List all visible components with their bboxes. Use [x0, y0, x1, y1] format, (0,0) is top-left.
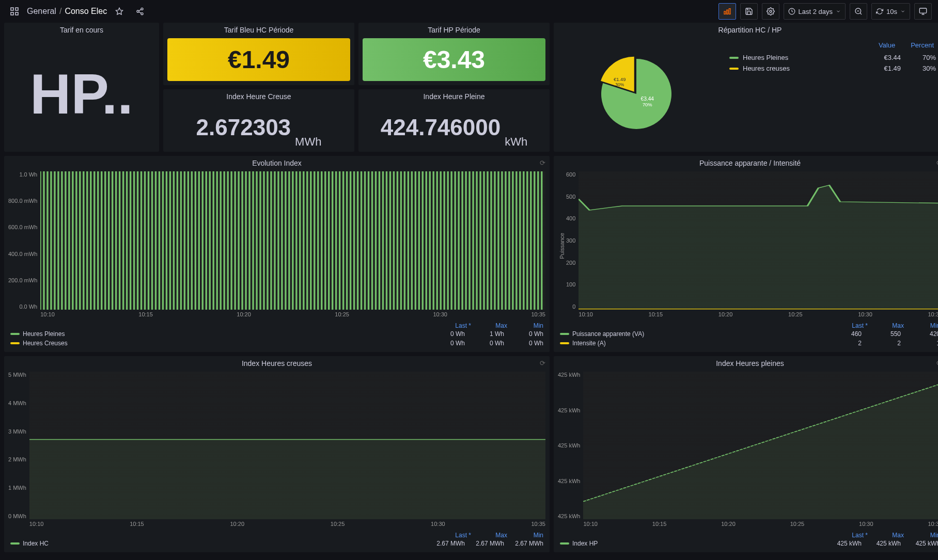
legend-row[interactable]: Index HP 425 kWh 425 kWh 425 kWh	[560, 539, 938, 548]
stat-tarif-value: HP..	[4, 36, 159, 152]
svg-rect-2	[11, 12, 13, 15]
svg-point-13	[770, 10, 772, 12]
breadcrumb-current: Conso Elec	[65, 7, 107, 16]
legend-row[interactable]: Heures Pleines 0 Wh 1 Wh 0 Wh	[10, 329, 543, 339]
panel-refresh-icon[interactable]: ⟳	[540, 159, 545, 167]
svg-text:€1.49: €1.49	[614, 77, 626, 82]
legend-row[interactable]: Heures Pleines €3.44 70%	[729, 52, 936, 63]
time-range-picker[interactable]: Last 2 days	[784, 3, 846, 20]
save-button[interactable]	[740, 3, 758, 20]
panel-title: Tarif en cours	[4, 23, 159, 36]
panel-puissance: Puissance apparante / Intensité ⟳ Puissa…	[554, 156, 938, 352]
dashboard-grid-icon[interactable]	[6, 3, 23, 20]
add-panel-button[interactable]	[718, 3, 736, 20]
svg-rect-1	[15, 8, 18, 10]
share-icon[interactable]	[132, 3, 148, 20]
panel-index-hc: Index Heure Creuse 2.672303 MWh	[163, 89, 354, 152]
legend-row[interactable]: Index HC 2.67 MWh 2.67 MWh 2.67 MWh	[10, 539, 543, 548]
pie-legend: Value Percent Heures Pleines €3.44 70% H…	[719, 36, 938, 152]
svg-rect-0	[11, 8, 13, 10]
svg-text:€3.44: €3.44	[641, 96, 654, 102]
breadcrumb-root[interactable]: General	[27, 7, 56, 16]
topbar: General / Conso Elec Last 2 days	[0, 0, 938, 23]
star-icon[interactable]	[111, 3, 128, 20]
breadcrumb: General / Conso Elec	[27, 7, 107, 16]
stat-tarif-hp-value: €3.43	[363, 38, 545, 81]
panel-index-hc-chart: Index Heures creuses ⟳ 5 MWh 4 MWh 3 MWh…	[4, 356, 550, 552]
plot-area[interactable]	[29, 372, 545, 519]
svg-text:30%: 30%	[615, 82, 624, 87]
plot-area[interactable]	[40, 171, 545, 310]
panel-evolution-index: Evolution Index ⟳ 1.0 Wh 800.0 mWh 600.0…	[4, 156, 550, 352]
panel-repartition: Répartition HC / HP €3.44 70% €1.49 30% …	[554, 23, 938, 152]
panel-tarif-en-cours: Tarif en cours HP..	[4, 23, 159, 152]
legend-row[interactable]: Heures creuses €1.49 30%	[729, 63, 936, 74]
svg-line-16	[860, 13, 862, 14]
svg-line-8	[139, 12, 142, 13]
legend-row[interactable]: Puissance apparente (VA) 460 550 420	[560, 329, 938, 339]
svg-point-5	[141, 8, 143, 10]
zoom-out-button[interactable]	[850, 3, 867, 20]
panel-index-hp: Index Heure Pleine 424.746000 kWh	[358, 89, 550, 152]
svg-rect-3	[15, 12, 18, 15]
svg-rect-11	[726, 10, 728, 14]
svg-rect-18	[919, 8, 926, 13]
settings-button[interactable]	[762, 3, 779, 20]
y-axis: 1.0 Wh 800.0 mWh 600.0 mWh 400.0 mWh 200…	[8, 171, 40, 320]
tv-mode-button[interactable]	[914, 3, 932, 20]
legend-row[interactable]: Intensite (A) 2 2 1	[560, 339, 938, 348]
panel-tarif-hp: Tarif HP Période €3.43	[358, 23, 550, 85]
plot-area[interactable]	[579, 171, 938, 310]
svg-line-9	[139, 9, 142, 11]
panel-refresh-icon[interactable]: ⟳	[540, 359, 545, 367]
chevron-down-icon	[836, 9, 841, 14]
svg-point-7	[141, 13, 143, 15]
legend-row[interactable]: Heures Creuses 0 Wh 0 Wh 0 Wh	[10, 339, 543, 348]
svg-marker-4	[116, 8, 123, 14]
refresh-button[interactable]: 10s	[871, 3, 910, 20]
chevron-down-icon	[900, 9, 905, 14]
svg-rect-12	[729, 9, 730, 14]
panel-tarif-hc: Tarif Bleu HC Période €1.49	[163, 23, 354, 85]
svg-rect-10	[724, 11, 726, 14]
plot-area[interactable]	[583, 372, 938, 519]
svg-point-6	[137, 10, 139, 12]
svg-text:70%: 70%	[643, 102, 652, 107]
panel-index-hp-chart: Index Heures pleines ⟳ 425 kWh 425 kWh 4…	[554, 356, 938, 552]
stat-tarif-hc-value: €1.49	[167, 38, 350, 81]
pie-chart: €3.44 70% €1.49 30%	[554, 36, 719, 152]
